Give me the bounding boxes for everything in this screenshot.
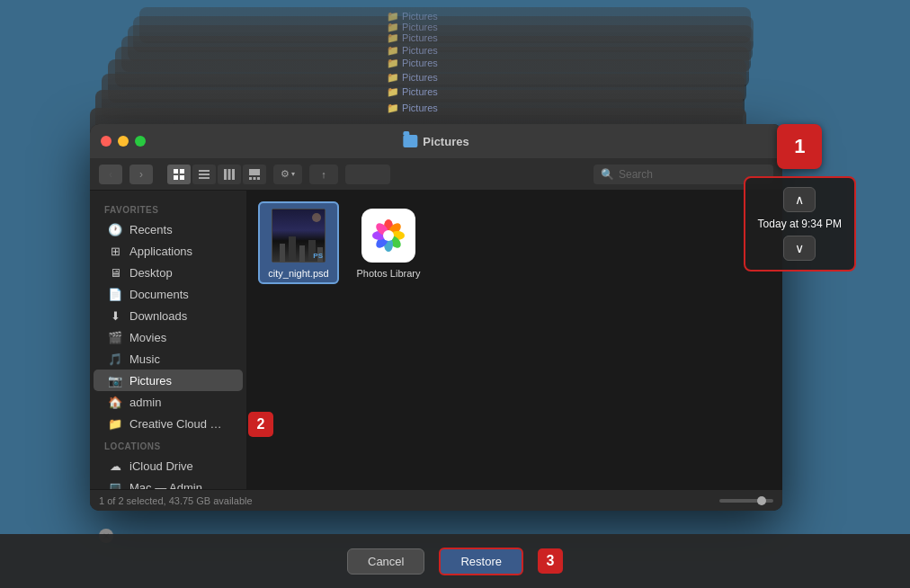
sidebar-item-downloads-label: Downloads bbox=[129, 309, 187, 323]
favorites-label: Favorites bbox=[90, 198, 246, 218]
svg-point-22 bbox=[383, 230, 394, 241]
sidebar-item-admin-label: admin bbox=[129, 396, 161, 409]
bg-label-8: 📁 Pictures bbox=[387, 102, 438, 114]
sidebar-item-mac-admin[interactable]: 💻 Mac — Admin bbox=[94, 477, 243, 489]
sidebar-item-mac-admin-label: Mac — Admin bbox=[129, 481, 202, 490]
column-view-button[interactable] bbox=[218, 165, 241, 184]
sidebar-item-icloud-label: iCloud Drive bbox=[129, 459, 193, 473]
sidebar-item-music[interactable]: 🎵 Music bbox=[94, 348, 243, 370]
time-machine-panel: 1 ∧ Today at 9:34 PM ∨ bbox=[744, 124, 856, 272]
badge-1: 1 bbox=[777, 124, 822, 169]
tm-up-button[interactable]: ∧ bbox=[783, 187, 816, 212]
svg-rect-4 bbox=[199, 170, 210, 172]
sidebar-item-creative-cloud[interactable]: 📁 Creative Cloud Fi... bbox=[94, 413, 243, 434]
sidebar-item-downloads[interactable]: ⬇ Downloads bbox=[94, 305, 243, 326]
svg-rect-1 bbox=[180, 169, 184, 174]
list-view-button[interactable] bbox=[192, 165, 216, 184]
svg-rect-8 bbox=[228, 169, 231, 180]
svg-rect-5 bbox=[199, 174, 210, 175]
bg-label-7: 📁 Pictures bbox=[387, 86, 438, 98]
desktop-icon: 🖥 bbox=[108, 265, 122, 280]
sidebar-item-movies-label: Movies bbox=[129, 331, 166, 344]
close-button[interactable] bbox=[101, 136, 112, 147]
file-item-photos-library[interactable]: Photos Library bbox=[348, 201, 429, 284]
folder-icon bbox=[403, 135, 417, 147]
downloads-icon: ⬇ bbox=[108, 308, 122, 323]
svg-rect-11 bbox=[249, 177, 252, 180]
share-button[interactable]: ↑ bbox=[309, 165, 338, 184]
bg-label-6: 📁 Pictures bbox=[387, 72, 438, 84]
sidebar-item-music-label: Music bbox=[129, 352, 160, 366]
sidebar-item-applications-label: Applications bbox=[129, 245, 192, 258]
cancel-button[interactable]: Cancel bbox=[347, 548, 424, 575]
sidebar-item-recents[interactable]: 🕐 Recents bbox=[94, 218, 243, 240]
sidebar-item-pictures[interactable]: 📷 Pictures bbox=[94, 370, 243, 391]
status-bar: 1 of 2 selected, 43.75 GB available bbox=[90, 489, 782, 511]
search-placeholder: Search bbox=[619, 168, 653, 181]
finder-content: Favorites 🕐 Recents ⊞ Applications 🖥 Des… bbox=[90, 191, 782, 489]
file-icon-photos bbox=[360, 207, 417, 264]
svg-rect-9 bbox=[232, 169, 235, 180]
bg-label-3: 📁 Pictures bbox=[387, 32, 438, 44]
file-area: city_night.psd bbox=[247, 191, 782, 489]
search-icon: 🔍 bbox=[601, 168, 614, 181]
icon-view-button[interactable] bbox=[167, 165, 191, 184]
svg-rect-6 bbox=[199, 177, 210, 179]
time-machine-nav: ∧ Today at 9:34 PM ∨ bbox=[744, 176, 856, 272]
mac-admin-icon: 💻 bbox=[108, 480, 122, 489]
sidebar-item-documents[interactable]: 📄 Documents bbox=[94, 283, 243, 305]
svg-rect-2 bbox=[174, 175, 178, 180]
arrange-button[interactable]: ⚙▾ bbox=[273, 165, 302, 184]
sidebar-item-movies[interactable]: 🎬 Movies bbox=[94, 326, 243, 348]
sidebar-item-icloud[interactable]: ☁ iCloud Drive bbox=[94, 455, 243, 477]
svg-rect-7 bbox=[224, 169, 227, 180]
title-bar: Pictures bbox=[90, 124, 782, 158]
size-slider[interactable] bbox=[719, 499, 773, 503]
sidebar-item-pictures-label: Pictures bbox=[129, 374, 172, 388]
icloud-icon: ☁ bbox=[108, 459, 122, 473]
forward-button[interactable]: › bbox=[129, 165, 153, 184]
documents-icon: 📄 bbox=[108, 287, 122, 301]
recents-icon: 🕐 bbox=[108, 222, 122, 236]
sidebar-item-applications[interactable]: ⊞ Applications bbox=[94, 240, 243, 262]
minimize-button[interactable] bbox=[118, 136, 129, 147]
file-name-city-night: city_night.psd bbox=[268, 268, 328, 279]
sidebar-item-creative-cloud-label: Creative Cloud Fi... bbox=[129, 417, 228, 431]
badge-2: 2 bbox=[248, 412, 273, 437]
applications-icon: ⊞ bbox=[108, 244, 122, 258]
bg-label-5: 📁 Pictures bbox=[387, 58, 438, 69]
view-buttons bbox=[167, 165, 266, 184]
tm-down-button[interactable]: ∨ bbox=[783, 236, 816, 261]
sidebar: Favorites 🕐 Recents ⊞ Applications 🖥 Des… bbox=[90, 191, 247, 489]
restore-button[interactable]: Restore bbox=[439, 548, 523, 575]
sidebar-item-admin[interactable]: 🏠 admin bbox=[94, 391, 243, 413]
svg-rect-0 bbox=[174, 169, 178, 174]
movies-icon: 🎬 bbox=[108, 330, 122, 344]
svg-rect-12 bbox=[254, 177, 256, 180]
sidebar-item-desktop-label: Desktop bbox=[129, 266, 173, 280]
file-icon-psd bbox=[270, 207, 327, 264]
bottom-bar: Cancel Restore 3 bbox=[0, 534, 910, 588]
status-text: 1 of 2 selected, 43.75 GB available bbox=[99, 495, 253, 506]
toolbar: ‹ › bbox=[90, 158, 782, 191]
traffic-lights bbox=[101, 136, 146, 147]
locations-label: Locations bbox=[90, 434, 246, 455]
file-name-photos: Photos Library bbox=[357, 268, 421, 279]
creative-cloud-icon: 📁 bbox=[108, 416, 122, 431]
file-item-city-night[interactable]: city_night.psd bbox=[258, 201, 339, 284]
pictures-icon: 📷 bbox=[108, 373, 122, 388]
tm-time-label: Today at 9:34 PM bbox=[758, 218, 842, 230]
back-button[interactable]: ‹ bbox=[99, 165, 122, 184]
svg-rect-3 bbox=[180, 175, 184, 180]
svg-rect-13 bbox=[257, 177, 260, 180]
bg-label-4: 📁 Pictures bbox=[387, 45, 438, 57]
more-button[interactable] bbox=[345, 165, 390, 184]
title-text: Pictures bbox=[423, 135, 468, 148]
maximize-button[interactable] bbox=[135, 136, 146, 147]
gallery-view-button[interactable] bbox=[243, 165, 266, 184]
window-title: Pictures bbox=[403, 135, 468, 148]
music-icon: 🎵 bbox=[108, 352, 122, 366]
sidebar-item-desktop[interactable]: 🖥 Desktop bbox=[94, 262, 243, 283]
admin-icon: 🏠 bbox=[108, 395, 122, 409]
sidebar-item-documents-label: Documents bbox=[129, 288, 189, 301]
